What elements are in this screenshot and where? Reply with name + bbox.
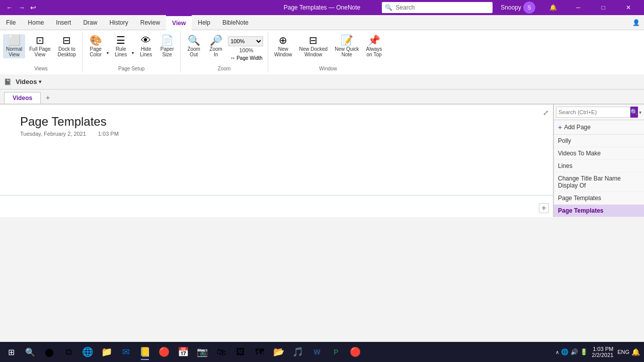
- taskbar-maps[interactable]: 🗺: [251, 343, 269, 361]
- sidebar-page-videos-to-make[interactable]: Videos To Make: [554, 147, 644, 160]
- taskbar-camera[interactable]: 📷: [193, 343, 211, 361]
- close-btn[interactable]: ✕: [617, 0, 640, 15]
- tab-biblenote[interactable]: BibleNote: [216, 15, 255, 30]
- full-page-view-label: Full PageView: [29, 46, 50, 57]
- taskbar-volume-icon[interactable]: 🔊: [571, 348, 578, 355]
- sidebar-page-polly[interactable]: Polly: [554, 135, 644, 147]
- add-page-label: Add Page: [564, 124, 591, 131]
- zoom-in-label: ZoomIn: [209, 46, 222, 57]
- maximize-btn[interactable]: □: [592, 0, 615, 15]
- undo-icon[interactable]: ↩: [28, 3, 38, 13]
- rule-lines-arrow[interactable]: ▾: [131, 34, 135, 58]
- taskbar-battery-icon: 🔋: [580, 348, 588, 355]
- add-content-btn[interactable]: +: [539, 203, 549, 213]
- taskbar-task-view[interactable]: ⧉: [59, 343, 77, 361]
- sidebar-search: 🔍 ▾: [554, 105, 644, 120]
- page-lines: [0, 105, 553, 217]
- tab-history[interactable]: History: [103, 15, 134, 30]
- taskbar-network-icon: 🌐: [561, 348, 569, 355]
- window-buttons: ⊕ NewWindow ⊟ New DockedWindow 📝 New Qui…: [271, 32, 385, 66]
- taskbar-music[interactable]: 🎵: [289, 343, 307, 361]
- page-color-arrow[interactable]: ▾: [106, 34, 110, 58]
- expand-icon[interactable]: ⤢: [543, 109, 549, 117]
- sidebar-search-input[interactable]: [556, 107, 630, 118]
- tab-help[interactable]: Help: [192, 15, 216, 30]
- ribbon-content: ⬜ NormalView ⊡ Full PageView ⊟ Dock toDe…: [0, 30, 644, 74]
- tab-review[interactable]: Review: [134, 15, 166, 30]
- minimize-btn[interactable]: ─: [567, 0, 590, 15]
- section-tab-videos[interactable]: Videos: [4, 92, 41, 104]
- page-setup-group-label: Page Setup: [118, 66, 144, 72]
- always-on-top-icon: 📌: [368, 35, 380, 45]
- title-search-text[interactable]: Search: [395, 4, 415, 11]
- normal-view-icon: ⬜: [8, 35, 21, 45]
- new-window-label: NewWindow: [274, 46, 292, 57]
- taskbar-store[interactable]: 🛍: [212, 343, 230, 361]
- hide-lines-icon: 👁: [141, 35, 151, 45]
- zoom-select[interactable]: 100% 50% 75% 125% 150% 200%: [228, 36, 263, 46]
- sidebar-page-templates-1[interactable]: Page Templates: [554, 192, 644, 205]
- rule-lines-label: RuleLines: [115, 46, 127, 57]
- tab-file[interactable]: File: [0, 15, 22, 30]
- tab-view[interactable]: View: [166, 15, 192, 30]
- paper-size-label: PaperSize: [160, 46, 174, 57]
- always-on-top-btn[interactable]: 📌 Alwayson Top: [363, 34, 385, 58]
- sidebar-page-change-title[interactable]: Change Title Bar Name Display Of: [554, 172, 644, 192]
- new-window-btn[interactable]: ⊕ NewWindow: [271, 34, 295, 58]
- zoom-group: 🔍 ZoomOut 🔎 ZoomIn 100% 50% 75% 125% 150…: [181, 32, 268, 72]
- taskbar-date: 2/2/2021: [592, 352, 613, 358]
- new-window-icon: ⊕: [279, 35, 287, 45]
- taskbar-clock[interactable]: 1:03 PM 2/2/2021: [590, 345, 615, 359]
- new-docked-window-btn[interactable]: ⊟ New DockedWindow: [296, 34, 331, 58]
- taskbar-app-red[interactable]: 🔴: [346, 343, 364, 361]
- add-section-btn[interactable]: +: [42, 92, 54, 104]
- full-page-view-btn[interactable]: ⊡ Full PageView: [26, 34, 53, 58]
- taskbar-cortana[interactable]: ⬤: [40, 343, 58, 361]
- forward-icon[interactable]: →: [16, 3, 27, 13]
- notification-btn[interactable]: 🔔: [541, 0, 565, 15]
- taskbar-notification[interactable]: 🔔: [631, 348, 640, 356]
- hide-lines-btn[interactable]: 👁 HideLines: [136, 34, 156, 58]
- normal-view-btn[interactable]: ⬜ NormalView: [3, 34, 25, 58]
- sidebar-dropdown-btn[interactable]: ▾: [638, 107, 642, 118]
- sidebar-page-templates-2[interactable]: Page Templates: [554, 205, 644, 217]
- normal-view-label: NormalView: [6, 46, 22, 57]
- paper-size-icon: 📄: [161, 35, 174, 45]
- zoom-out-btn[interactable]: 🔍 ZoomOut: [184, 34, 204, 58]
- taskbar-search-btn[interactable]: 🔍: [21, 343, 39, 361]
- rule-lines-btn[interactable]: ☰ RuleLines: [111, 34, 131, 58]
- taskbar-edge[interactable]: 🌐: [78, 343, 97, 361]
- tab-home[interactable]: Home: [22, 15, 50, 30]
- taskbar-photos[interactable]: 🖼: [231, 343, 250, 361]
- sidebar-page-lines[interactable]: Lines: [554, 160, 644, 172]
- content-area: Page Templates Tuesday, February 2, 2021…: [0, 105, 644, 217]
- notebook-name[interactable]: Videos ▾: [16, 78, 41, 85]
- tab-insert[interactable]: Insert: [50, 15, 77, 30]
- taskbar-files[interactable]: 📂: [270, 343, 288, 361]
- taskbar-onenote[interactable]: 📒: [136, 343, 154, 361]
- section-tabs: Videos +: [0, 89, 644, 105]
- titlebar-left: ← → ↩: [4, 3, 38, 13]
- taskbar-explorer[interactable]: 📁: [98, 343, 116, 361]
- taskbar-chrome[interactable]: 🔴: [155, 343, 173, 361]
- taskbar-outlook[interactable]: ✉: [117, 343, 135, 361]
- add-page-btn[interactable]: + Add Page: [554, 120, 644, 135]
- page-color-btn[interactable]: 🎨 PageColor: [86, 34, 106, 58]
- back-icon[interactable]: ←: [4, 3, 15, 13]
- user-avatar: S: [523, 2, 535, 14]
- taskbar-calendar[interactable]: 📅: [174, 343, 192, 361]
- share-icon[interactable]: 👤: [632, 19, 640, 26]
- page-width-btn[interactable]: ↔ Page Width: [228, 54, 265, 61]
- new-quick-note-btn[interactable]: 📝 New QuickNote: [332, 34, 362, 58]
- start-button[interactable]: ⊞: [2, 343, 20, 361]
- taskbar-pub[interactable]: P: [327, 343, 345, 361]
- paper-size-btn[interactable]: 📄 PaperSize: [157, 34, 177, 58]
- taskbar-system-tray[interactable]: ∧: [555, 349, 559, 355]
- taskbar-word[interactable]: W: [308, 343, 326, 361]
- zoom-in-btn[interactable]: 🔎 ZoomIn: [206, 34, 226, 58]
- dock-to-desktop-btn[interactable]: ⊟ Dock toDesktop: [54, 34, 79, 58]
- tab-draw[interactable]: Draw: [77, 15, 103, 30]
- sidebar-search-btn[interactable]: 🔍: [630, 107, 638, 118]
- user-name: Snoopy: [501, 4, 521, 11]
- taskbar-time: 1:03 PM: [592, 346, 613, 352]
